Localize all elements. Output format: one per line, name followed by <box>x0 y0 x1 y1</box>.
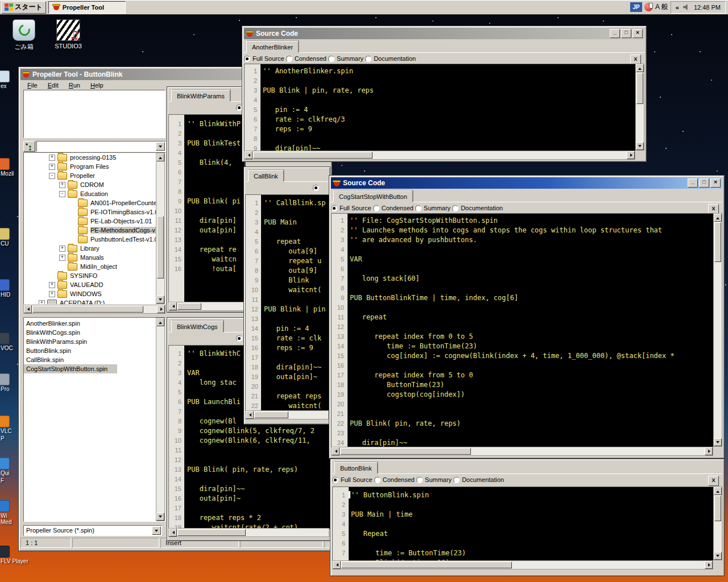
scroll-down-icon[interactable] <box>156 296 164 304</box>
maximize-button[interactable] <box>621 29 631 38</box>
ime-mode-indicator[interactable]: A 般 <box>655 2 668 12</box>
tree-item[interactable]: - Propeller <box>24 171 165 180</box>
file-list-item[interactable]: BlinkWithParams.spin <box>24 337 165 346</box>
tree-item[interactable]: AN001-PropellerCountersv1.1 <box>24 198 165 207</box>
view-option[interactable]: Full Source <box>244 55 284 62</box>
h-scrollbar[interactable] <box>168 302 244 311</box>
close-button[interactable] <box>632 29 643 38</box>
scroll-right-icon[interactable] <box>627 151 635 159</box>
editor-tab[interactable]: BlinkWithCogs <box>171 321 224 332</box>
minimize-button[interactable] <box>688 178 698 188</box>
scroll-left-icon[interactable] <box>24 305 32 313</box>
tree-item[interactable]: + VALUEADD <box>24 280 165 289</box>
tree-expander-icon[interactable]: - <box>59 191 65 197</box>
tree-item[interactable]: PE-IOTimingBasics-v1.0 <box>24 207 165 217</box>
scroll-thumb[interactable] <box>714 222 721 262</box>
scroll-thumb[interactable] <box>177 529 246 536</box>
scroll-right-icon[interactable] <box>157 305 165 313</box>
view-option[interactable]: Summary <box>416 476 452 483</box>
editor-tab[interactable]: CogStartStopWithButton <box>333 190 413 202</box>
scroll-down-icon[interactable] <box>636 142 644 150</box>
code-editor[interactable]: 1'' CallBlink.sp23PUB Main45 repeat6 out… <box>245 194 330 411</box>
tree-item[interactable]: + Manuals <box>24 253 165 262</box>
maximize-button[interactable] <box>699 178 709 188</box>
folder-combo[interactable] <box>36 141 166 152</box>
tree-view-button[interactable] <box>23 141 35 152</box>
scroll-thumb[interactable] <box>636 73 643 104</box>
scroll-down-icon[interactable] <box>714 438 722 446</box>
taskbar-item-propeller-tool[interactable]: Propeller Tool <box>48 1 126 14</box>
scroll-thumb[interactable] <box>714 496 721 521</box>
menu-item[interactable]: Run <box>65 81 84 89</box>
scroll-thumb[interactable] <box>340 448 471 455</box>
tree-item[interactable]: - Education <box>24 189 165 198</box>
tree-v-scrollbar[interactable] <box>156 153 165 304</box>
menu-item[interactable]: File <box>24 81 41 89</box>
scroll-left-icon[interactable] <box>245 151 253 159</box>
title-bar[interactable]: Source Code <box>244 28 644 39</box>
studio3-desktop-icon[interactable]: STUDIO3 <box>50 19 86 49</box>
view-option[interactable]: Full Source <box>332 476 373 483</box>
scroll-left-icon[interactable] <box>169 529 177 537</box>
scroll-left-icon[interactable] <box>246 411 254 419</box>
scroll-left-icon[interactable] <box>169 302 177 310</box>
tree-expander-icon[interactable]: + <box>49 155 55 161</box>
tree-item[interactable]: + Library <box>24 244 165 253</box>
scroll-up-icon[interactable] <box>636 64 644 72</box>
tree-item[interactable]: + processing-0135 <box>24 153 165 162</box>
editor-tab[interactable]: ButtonBlink <box>334 462 378 474</box>
v-scrollbar[interactable] <box>713 213 722 447</box>
tree-expander-icon[interactable]: + <box>49 164 55 170</box>
tree-item[interactable]: + Program Files <box>24 162 165 171</box>
scroll-thumb[interactable] <box>157 216 164 278</box>
tree-item[interactable]: PE-MethodsandCogs-v1.0 <box>24 226 165 235</box>
tree-item[interactable]: + ACERDATA (D:) <box>24 298 165 305</box>
tree-expander-icon[interactable]: + <box>39 300 45 305</box>
start-button[interactable]: スタート <box>1 1 46 14</box>
scroll-left-icon[interactable] <box>333 561 341 569</box>
file-list-item[interactable]: AnotherBlinker.spin <box>24 319 165 328</box>
tree-item[interactable]: + WINDOWS <box>24 289 165 298</box>
file-list-item[interactable]: CogStartStopWithButton.spin <box>24 364 117 373</box>
view-option[interactable]: Summary <box>415 205 450 211</box>
view-option[interactable]: Condensed <box>374 476 415 483</box>
menu-item[interactable]: Help <box>87 81 107 89</box>
scroll-thumb[interactable] <box>177 303 201 310</box>
tree-expander-icon[interactable]: + <box>59 182 65 188</box>
view-option[interactable]: Documentation <box>365 55 416 62</box>
scroll-up-icon[interactable] <box>714 214 722 222</box>
recycle-bin-desktop-icon[interactable]: ごみ箱 <box>6 19 42 51</box>
view-option[interactable]: Documentation <box>453 476 504 483</box>
tray-chevron-icon[interactable] <box>676 4 679 11</box>
code-editor[interactable]: 1'' AnotherBlinker.spin23PUB Blink | pin… <box>244 64 636 152</box>
file-list-item[interactable]: ButtonBlink.spin <box>24 346 165 355</box>
tree-item[interactable]: PushbuttonLedTest-v1.0.spir <box>24 235 165 244</box>
language-indicator[interactable]: JP <box>630 2 642 12</box>
scroll-thumb[interactable] <box>254 411 288 418</box>
view-option[interactable]: Condensed <box>286 55 326 62</box>
tree-expander-icon[interactable]: + <box>49 291 55 297</box>
code-editor[interactable]: 1'' File: CogStartStopWithButton.spin2''… <box>331 213 714 448</box>
view-option[interactable]: Full Source <box>331 205 371 211</box>
scroll-thumb[interactable] <box>341 562 512 568</box>
list-v-scrollbar[interactable] <box>156 318 165 521</box>
v-scrollbar[interactable] <box>713 487 722 560</box>
scroll-down-icon[interactable] <box>156 513 164 521</box>
tree-expander-icon[interactable]: + <box>59 246 65 252</box>
tree-item[interactable]: MidiIn_object <box>24 262 165 271</box>
h-scrollbar[interactable] <box>244 151 635 160</box>
file-list-item[interactable]: BlinkWithCogs.spin <box>24 328 165 337</box>
v-scrollbar[interactable] <box>635 64 644 151</box>
editor-tab[interactable]: BlinkWithParams <box>171 90 230 102</box>
tree-item[interactable]: SYSINFO <box>24 271 165 280</box>
editor-tab[interactable]: CallBlink <box>248 170 284 182</box>
h-scrollbar[interactable] <box>332 560 713 569</box>
scroll-up-icon[interactable] <box>156 318 164 326</box>
ime-icon[interactable] <box>644 3 653 11</box>
view-option[interactable]: Summary <box>328 55 363 62</box>
close-button[interactable] <box>710 178 721 188</box>
view-close-button[interactable] <box>708 476 719 486</box>
scroll-left-icon[interactable] <box>332 447 340 455</box>
editor-tab[interactable]: AnotherBlinker <box>246 41 299 53</box>
h-scrollbar[interactable] <box>168 528 329 537</box>
